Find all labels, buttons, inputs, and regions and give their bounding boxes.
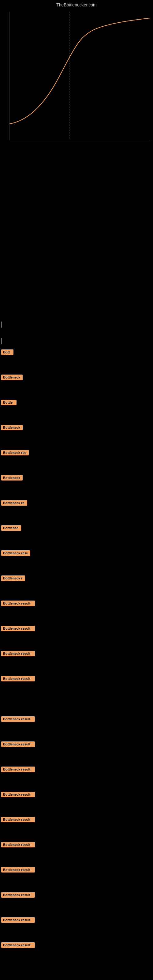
bottleneck-badge: Bottleneck bbox=[1, 475, 22, 480]
list-item: Bottleneck result bbox=[0, 840, 153, 849]
bottleneck-badge: Bottleneck result bbox=[1, 842, 35, 847]
middle-spacer bbox=[0, 150, 153, 321]
bottleneck-badge: Bottleneck result bbox=[1, 626, 35, 631]
list-item: Bottleneck bbox=[0, 474, 153, 482]
list-item: Bottleneck result bbox=[0, 599, 153, 608]
list-item: Bottleneck result bbox=[0, 740, 153, 748]
bottleneck-badge: Bottleneck bbox=[1, 375, 22, 380]
list-item: Bott bbox=[0, 348, 153, 356]
site-title: TheBottlenecker.com bbox=[0, 0, 153, 9]
bottleneck-badge: Bottleneck result bbox=[1, 917, 35, 923]
bottleneck-badge: Bottleneck result bbox=[1, 892, 35, 897]
bottleneck-badge: Bottleneck result bbox=[1, 741, 35, 747]
bottleneck-badge: Bottleneck result bbox=[1, 817, 35, 822]
bottleneck-badge: Bottleneck result bbox=[1, 716, 35, 722]
bottleneck-badge: Bottle bbox=[1, 400, 16, 405]
list-item: Bottleneck result bbox=[0, 815, 153, 824]
list-item: Bottleneck re bbox=[0, 499, 153, 507]
spacer-small bbox=[0, 328, 153, 337]
bottleneck-badge: Bottleneck result bbox=[1, 651, 35, 656]
list-item: Bottleneck result bbox=[0, 891, 153, 899]
list-item: Bottleneck result bbox=[0, 865, 153, 874]
bottleneck-badge: Bottleneck res bbox=[1, 450, 29, 455]
list-item: Bottleneck result bbox=[0, 941, 153, 950]
bottleneck-badge: Bottleneck result bbox=[1, 767, 35, 772]
list-item: Bottleneck result bbox=[0, 790, 153, 799]
bottleneck-badge: Bottleneck result bbox=[1, 601, 35, 606]
bottleneck-badge: Bottleneck result bbox=[1, 676, 35, 681]
bottleneck-badge: Bott bbox=[1, 350, 13, 355]
chart-svg bbox=[10, 12, 150, 140]
cursor-line-1 bbox=[1, 321, 2, 328]
bottleneck-badge: Bottleneck result bbox=[1, 867, 35, 872]
chart-area bbox=[0, 9, 153, 150]
list-item: Bottleneck result bbox=[0, 624, 153, 633]
list-item: Bottleneck result bbox=[0, 715, 153, 723]
list-item: Bottleneck result bbox=[0, 675, 153, 683]
bottleneck-badge: Bottlenec bbox=[1, 525, 21, 531]
bottleneck-badge: Bottleneck result bbox=[1, 792, 35, 797]
list-item: Bottleneck res bbox=[0, 449, 153, 457]
bottleneck-badge: Bottleneck resu bbox=[1, 550, 30, 556]
svg-rect-0 bbox=[10, 12, 150, 140]
chart-inner bbox=[9, 12, 150, 140]
bottleneck-badge: Bottleneck re bbox=[1, 500, 27, 506]
list-item: Bottleneck resu bbox=[0, 549, 153, 557]
bottleneck-badge: Bottleneck r bbox=[1, 576, 25, 581]
list-item: Bottleneck result bbox=[0, 649, 153, 658]
list-item: Bottlenec bbox=[0, 524, 153, 532]
bottleneck-badge: Bottleneck bbox=[1, 425, 22, 430]
list-item: Bottle bbox=[0, 398, 153, 407]
bottleneck-badge: Bottleneck result bbox=[1, 942, 35, 948]
list-item: Bottleneck result bbox=[0, 765, 153, 773]
list-item: Bottleneck bbox=[0, 423, 153, 432]
list-item: Bottleneck r bbox=[0, 574, 153, 582]
list-item: Bottleneck result bbox=[0, 916, 153, 924]
list-item: Bottleneck bbox=[0, 373, 153, 382]
cursor-line-2 bbox=[1, 338, 2, 344]
